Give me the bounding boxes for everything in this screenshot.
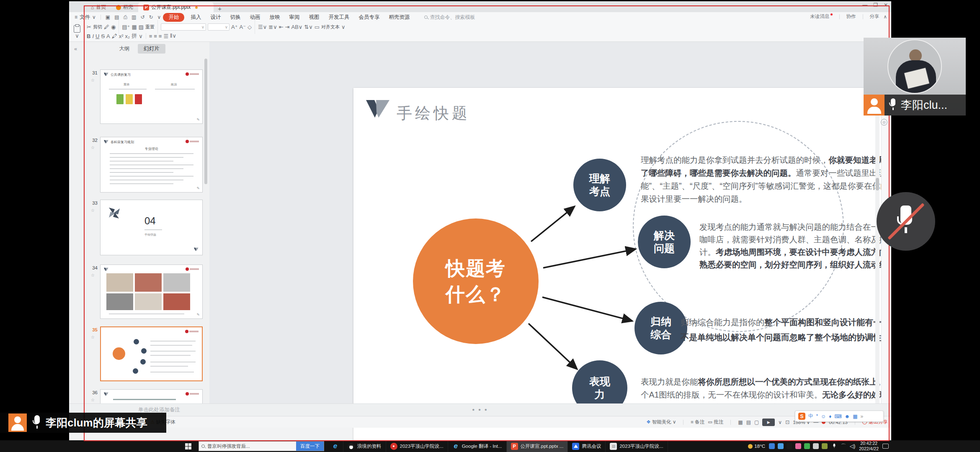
highlight-button[interactable]: 🖍 [112, 33, 117, 39]
tab-outline[interactable]: 大纲 [113, 44, 135, 54]
taskbar-app-公开课宣.ppt.pptx ...[interactable]: P公开课宣.ppt.pptx ... [507, 440, 568, 452]
play-from-slide-icon[interactable]: ◉ [111, 24, 116, 30]
keyboard-icon[interactable]: ⌨ [834, 413, 841, 419]
notes-bar[interactable]: 单击此处添加备注 ● ● ● [69, 403, 891, 416]
notification-center-icon[interactable] [882, 444, 889, 449]
menu-9[interactable]: 会员专享 [354, 13, 384, 22]
hamburger-icon[interactable]: ≡ [75, 14, 77, 20]
slide-thumbnail-35[interactable] [100, 326, 203, 381]
taskbar-search[interactable]: 普京叫停强攻背后... 百度一下 [199, 441, 324, 451]
maximize-button[interactable]: ❐ [873, 2, 878, 8]
text-direction-icon[interactable]: AB∨ [291, 24, 303, 30]
menu-5[interactable]: 放映 [265, 13, 284, 22]
phone-icon[interactable] [813, 443, 819, 449]
quick-1[interactable]: 协作 [846, 13, 856, 20]
reading-view-icon[interactable]: ▢ [754, 419, 759, 425]
align-center-icon[interactable]: ≡ [154, 33, 157, 39]
quick-0[interactable]: 未读消息 [810, 13, 833, 20]
menu-2[interactable]: 设计 [206, 13, 225, 22]
slide-thumbnail-34[interactable]: ✎ [100, 265, 203, 319]
shadow-button[interactable]: A [106, 33, 110, 39]
splitter-handle[interactable]: ● ● ● [472, 407, 488, 412]
baidu-search-button[interactable]: 百度一下 [296, 442, 324, 451]
comments-button[interactable]: ▭ 批注 [708, 419, 723, 425]
volume-icon[interactable]: ◁) [850, 443, 855, 449]
cut-icon[interactable]: ✂ [87, 24, 91, 30]
lang-toggle[interactable]: 中 [808, 413, 813, 420]
command-search[interactable]: 查找命令、搜索模板 [424, 14, 475, 21]
mic-tray-icon[interactable] [831, 442, 837, 450]
subscript-button[interactable]: x₂ [125, 33, 130, 39]
line-spacing-icon[interactable]: ⇅∨ [304, 24, 312, 30]
pinyin-button[interactable]: 拼 [132, 32, 137, 40]
clear-format-icon[interactable]: ◇ [248, 24, 252, 30]
more-icon[interactable]: » [861, 413, 864, 419]
collapse-panel-icon[interactable]: « [74, 46, 77, 52]
font-family-select[interactable]: ∨ [161, 23, 206, 31]
decrease-font-icon[interactable]: A⁻ [240, 24, 246, 30]
underline-button[interactable]: U [95, 33, 99, 39]
outdent-icon[interactable]: ⇤ [279, 24, 284, 30]
superscript-button[interactable]: x² [119, 33, 124, 39]
wps-assistant-icon[interactable]: ◎ [881, 119, 887, 126]
slide-thumbnail-31[interactable]: 公共课的复习英语政治✎ [100, 69, 203, 124]
sogou-input-bar[interactable]: S 中 ❜ ☺ ♦ ⌨ ☻ ▦ » [795, 411, 884, 422]
menu-3[interactable]: 切换 [225, 13, 245, 22]
mail-icon[interactable] [795, 443, 801, 449]
indent-icon[interactable]: ⇥ [285, 24, 290, 30]
voice-icon[interactable]: ♦ [829, 413, 831, 419]
qq-icon[interactable] [787, 443, 792, 449]
paste-button[interactable]: ∨ [71, 24, 83, 40]
strike-button[interactable]: S [101, 33, 105, 39]
tab-slides[interactable]: 幻灯片 [138, 44, 165, 54]
beautify-button[interactable]: ❖ 智能美化 ∨ [646, 419, 676, 425]
menu-1[interactable]: 插入 [186, 13, 206, 22]
file-menu[interactable]: 文件 [80, 14, 90, 21]
italic-button[interactable]: I [92, 33, 94, 39]
new-slide-icon[interactable]: ▤⁺ [122, 24, 130, 30]
taskbar-app-2023平顶山学院设...[interactable]: ▤2023平顶山学院设... [606, 440, 668, 452]
justify-icon[interactable]: ☰ [163, 33, 168, 39]
menu-10[interactable]: 稻壳资源 [384, 13, 414, 22]
menu-0[interactable]: 开始 [163, 13, 184, 22]
tab-home[interactable]: ⌂首页 [86, 3, 111, 12]
reset-icon[interactable]: ▨ [139, 24, 144, 30]
tab-document[interactable]: P公开课宣.ppt.pptx [138, 3, 214, 12]
columns-icon[interactable]: ⫴∨ [170, 33, 176, 39]
minimize-button[interactable]: — [862, 2, 867, 8]
more-icon[interactable]: ∨ [157, 14, 161, 20]
normal-view-icon[interactable]: ▦ [738, 419, 743, 425]
increase-font-icon[interactable]: A⁺ [231, 24, 238, 30]
wifi-icon[interactable]: ⌒ [841, 443, 846, 450]
muted-mic-button[interactable] [877, 192, 935, 251]
usb-icon[interactable] [769, 443, 775, 449]
security-icon[interactable] [804, 443, 810, 449]
app-icon[interactable] [778, 443, 784, 449]
panel-scrollbar[interactable] [204, 59, 207, 184]
menu-6[interactable]: 审阅 [284, 13, 304, 22]
align-left-icon[interactable]: ≡ [149, 33, 152, 39]
layout-icon[interactable]: ▦ [132, 24, 137, 30]
slide-thumbnail-32[interactable]: 各科目复习规划专业理论✎ [100, 137, 203, 193]
undo-icon[interactable]: ↺ [140, 14, 144, 20]
align-right-icon[interactable]: ≡ [159, 33, 162, 39]
clock[interactable]: 20:42:222022/4/22 [859, 441, 879, 452]
current-slide[interactable]: 手绘快题 风暴 设计 教育 Fengbao-design [353, 88, 891, 442]
tab-docer[interactable]: 稻壳 [111, 3, 138, 12]
align-text-icon[interactable]: ▭ [315, 24, 320, 30]
slide-thumbnail-33[interactable]: 04手绘快题 [100, 200, 203, 255]
new-tab-button[interactable]: + [218, 5, 222, 12]
print-icon[interactable]: ⎙ [124, 14, 128, 20]
collapse-ribbon-icon[interactable]: ∧ [884, 14, 887, 20]
close-button[interactable]: ✕ [884, 2, 888, 8]
taskbar-app-腾讯会议[interactable]: 腾讯会议 [568, 440, 606, 452]
quick-2[interactable]: 分享 [870, 13, 879, 20]
bullet-list-icon[interactable]: ☰∨ [258, 24, 267, 30]
taskbar-app-2023平顶山学院设...[interactable]: ●2023平顶山学院设... [386, 440, 448, 452]
notes-button[interactable]: ≡ 备注 [691, 419, 704, 425]
taskbar-app-edge[interactable]: e [328, 440, 343, 452]
format-painter-icon[interactable]: 🖉 [104, 24, 109, 30]
font-size-select[interactable]: ∨ [208, 23, 230, 31]
sorter-view-icon[interactable]: ▤ [746, 419, 751, 425]
taskbar-app-Google 翻译 - Int...[interactable]: eGoogle 翻译 - Int... [448, 440, 507, 452]
